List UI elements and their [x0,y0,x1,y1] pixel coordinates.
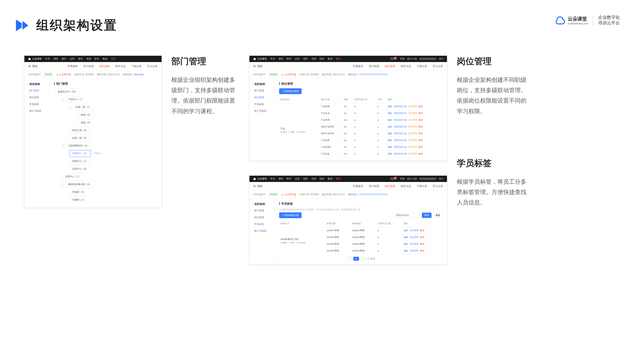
op-plan[interactable]: 关联培训计划 [394,125,407,128]
op-del[interactable]: 删除 [418,139,423,141]
subtab[interactable]: 用户权限 [369,184,379,188]
cat-delete[interactable]: 🗑 删除 [280,131,287,133]
subtab[interactable]: 操作日志 [115,64,126,68]
op-del[interactable]: 删除 [420,250,424,252]
op-emp[interactable]: 员工管理 [408,125,417,128]
exit-link[interactable]: 退出 [439,177,444,181]
subtab[interactable]: 导入任务 [432,184,443,188]
search-input[interactable] [394,213,420,218]
op-del[interactable]: 删除 [418,119,423,121]
subtab[interactable]: 下载任务 [416,64,427,68]
op-edit[interactable]: 编辑 [388,125,392,128]
tree-node[interactable]: 研发二部（0） [70,135,91,141]
cat-add[interactable]: ⊕ 添加岗位 [296,131,306,133]
reset-button[interactable]: 重置 [433,213,442,218]
op-plan[interactable]: 关联培训计划 [394,139,407,141]
nav-item[interactable]: 题库 [303,177,308,181]
op-del[interactable]: 删除 [418,153,423,155]
op-del[interactable]: 删除 [420,236,424,238]
tree-node-selected[interactable]: 产品中心（9） [70,150,91,157]
sidebar-item-dept[interactable]: 部门管理 [24,87,50,94]
nav-item[interactable]: 资源 [311,177,316,181]
op-edit[interactable]: 编辑 [404,243,408,245]
subtab-active[interactable]: 组织架构 [385,64,395,68]
nav-item[interactable]: 财务 [320,57,324,60]
help-link[interactable]: 帮助 [400,177,405,181]
nav-item[interactable]: 学员 [45,57,50,60]
tree-node[interactable]: 研发三部（0） [70,127,91,134]
sidebar-item-tag[interactable]: 学员标签 [250,221,274,228]
nav-item-active[interactable]: 系统 [111,57,116,60]
subtab[interactable]: 用户权限 [83,64,94,68]
tree-node[interactable]: 市场部（3） [70,189,88,195]
page-prev[interactable]: ‹ [347,257,352,261]
op-del[interactable]: 删除 [420,243,424,245]
nav-item[interactable]: 资源 [311,57,316,60]
branch-link[interactable]: 默认分校 [407,177,417,181]
nav-item[interactable]: 资源 [86,57,91,60]
op-emp[interactable]: 学员管理 [410,243,418,245]
op-del[interactable]: 删除 [418,125,423,128]
op-plan[interactable]: 关联培训计划 [394,112,407,114]
op-emp[interactable]: 员工管理 [408,105,417,108]
op-edit[interactable]: 编辑 [404,229,408,232]
sidebar-item-tag[interactable]: 学员标签 [250,101,274,108]
op-edit[interactable]: 编辑 [388,119,392,121]
op-plan[interactable]: 关联培训计划 [394,132,407,135]
sidebar-item-post[interactable]: 岗位管理 [250,214,274,221]
nav-item[interactable]: 运营 [70,57,74,60]
subtab-active[interactable]: 组织架构 [99,64,110,68]
sidebar-back[interactable]: 组织架构 [250,201,274,207]
op-plan[interactable]: 关联培训计划 [394,105,407,108]
tree-node[interactable]: 后端（0） [78,119,94,126]
cat-edit[interactable]: ✎ 编辑 [288,131,294,133]
tree-node[interactable]: 运营中心（2） [62,173,84,180]
op-emp[interactable]: 员工管理 [408,139,417,141]
op-emp[interactable]: 员工管理 [408,146,417,148]
op-edit[interactable]: 编辑 [388,146,392,148]
op-emp[interactable]: 员工管理 [408,119,417,121]
op-del[interactable]: 删除 [420,229,424,232]
tree-node[interactable]: 行政部（2） [70,196,88,203]
op-del[interactable]: 删除 [418,132,423,135]
subtab[interactable]: 开通服务 [353,64,364,68]
tree-node[interactable]: 互联网事业部（9） [66,142,92,149]
subtab[interactable]: 导入任务 [147,64,158,68]
nav-item[interactable]: 学员 [270,57,275,60]
cat-add[interactable]: ⊕ 添加标签 [296,241,306,244]
sidebar-item-3rd[interactable]: 第三方协同 [24,108,50,114]
nav-item[interactable]: 财务 [94,57,99,60]
subtab[interactable]: 下载任务 [416,184,427,188]
subtab[interactable]: 开通服务 [67,64,78,68]
nav-item[interactable]: 数据 [328,57,332,60]
op-plan[interactable]: 关联培训计划 [394,119,407,121]
sidebar-item-post[interactable]: 岗位管理 [24,94,50,101]
search-button[interactable]: 查询 [422,213,432,218]
page-next[interactable]: › [360,257,366,261]
op-del[interactable]: 删除 [418,105,423,108]
op-emp[interactable]: 员工管理 [408,132,417,135]
sidebar-item-tag[interactable]: 学员标签 [24,101,50,108]
op-edit[interactable]: 编辑 [404,250,408,252]
sidebar-item-3rd[interactable]: 第三方协同 [250,228,274,234]
sidebar-back[interactable]: 组织架构 [250,81,274,87]
tree-node[interactable]: 集团总公司（33） [55,88,80,95]
nav-item[interactable]: 课程 [53,57,58,60]
tree-node[interactable]: 研发中心（2） [70,158,91,165]
sidebar-item-dept[interactable]: 部门管理 [250,207,274,214]
sidebar-item-3rd[interactable]: 第三方协同 [250,108,274,114]
nav-item-active[interactable]: 系统 [336,57,341,60]
op-del[interactable]: 删除 [418,112,423,114]
op-edit[interactable]: 编辑 [388,132,392,135]
subtab-active[interactable]: 组织架构 [385,184,395,188]
subtab[interactable]: 操作日志 [400,184,411,188]
nav-item[interactable]: 课程 [278,177,283,181]
branch-link[interactable]: 默认分校 [407,57,417,60]
nav-item[interactable]: 课程 [278,57,283,60]
op-emp[interactable]: 员工管理 [408,153,417,155]
nav-item[interactable]: 题库 [78,57,83,60]
op-emp[interactable]: 学员管理 [410,236,418,238]
subtab[interactable]: 下载任务 [131,64,142,68]
add-category-button[interactable]: + 添加岗位类别 [279,88,302,94]
op-edit[interactable]: 编辑 [388,112,392,114]
